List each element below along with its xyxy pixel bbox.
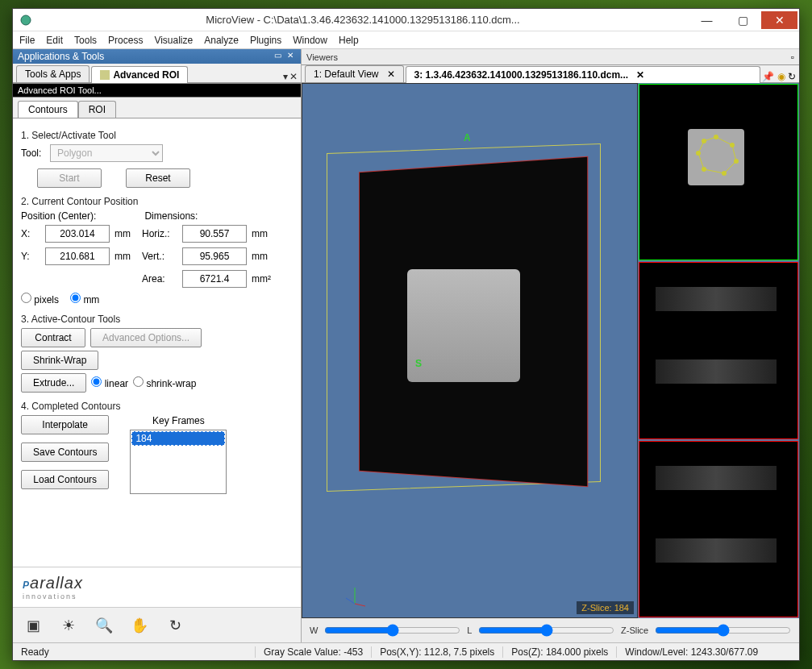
- coronal-slice[interactable]: [639, 262, 798, 438]
- interpolate-button[interactable]: Interpolate: [21, 415, 109, 434]
- contract-button[interactable]: Contract: [21, 328, 85, 347]
- window-title: MicroView - C:\Data\1.3.46.423632.141000…: [37, 14, 689, 26]
- sagittal-slice[interactable]: [639, 441, 798, 617]
- panel-close-icon[interactable]: ✕: [285, 51, 296, 62]
- l-slider[interactable]: [478, 624, 614, 637]
- titlebar[interactable]: MicroView - C:\Data\1.3.46.423632.141000…: [13, 9, 799, 31]
- menu-help[interactable]: Help: [339, 35, 359, 46]
- status-wl: Window/Level: 1243.30/677.09: [616, 646, 799, 658]
- w-slider[interactable]: [324, 624, 460, 637]
- start-button[interactable]: Start: [37, 168, 102, 188]
- y-label: Y:: [21, 251, 40, 262]
- menu-edit[interactable]: Edit: [46, 35, 63, 46]
- sec1-title: 1. Select/Activate Tool: [21, 130, 293, 141]
- contours-panel: 1. Select/Activate Tool Tool: Polygon St…: [13, 118, 301, 567]
- menu-window[interactable]: Window: [293, 35, 327, 46]
- viewers-dock-icon[interactable]: ▫: [791, 52, 794, 63]
- keyframe-item[interactable]: 184: [131, 431, 225, 446]
- minimize-button[interactable]: —: [689, 11, 725, 29]
- tab-close-icon[interactable]: ✕: [636, 69, 644, 81]
- keyframes-list[interactable]: 184: [130, 430, 227, 494]
- menu-process[interactable]: Process: [108, 35, 143, 46]
- reset-button[interactable]: Reset: [126, 168, 190, 188]
- marker-s: S: [415, 358, 422, 369]
- h-unit: mm: [252, 228, 276, 239]
- x-input[interactable]: [45, 225, 110, 243]
- viewer-tab-default[interactable]: 1: Default View ✕: [305, 65, 404, 82]
- logo: PParallaxarallax innovations: [13, 567, 301, 607]
- close-button[interactable]: ✕: [761, 11, 797, 29]
- shrinkwrap-radio[interactable]: shrink-wrap: [133, 376, 196, 389]
- status-posxy: Pos(X,Y): 112.8, 7.5 pixels: [371, 646, 502, 658]
- viewer-link-icon[interactable]: ◉: [777, 71, 785, 82]
- sec3-title: 3. Active-Contour Tools: [21, 314, 293, 325]
- horiz-label: Horiz.:: [142, 228, 177, 239]
- viewers-header: Viewers ▫: [302, 49, 799, 65]
- tab-tools-apps[interactable]: Tools & Apps: [16, 65, 90, 82]
- tab-dropdown-icon[interactable]: ▾: [283, 71, 288, 82]
- rotate-tool-icon[interactable]: ↻: [163, 613, 187, 638]
- horiz-input[interactable]: [182, 225, 247, 243]
- unit-mm-radio[interactable]: mm: [70, 293, 99, 305]
- zslice-label: Z-Slice: 184: [577, 601, 634, 614]
- view-area: A S Z-Slice: 184: [302, 83, 799, 618]
- y-input[interactable]: [45, 247, 110, 265]
- tab-close-icon[interactable]: ✕: [289, 71, 298, 82]
- viewer-sliders: W L Z-Slice: [302, 618, 799, 642]
- maximize-button[interactable]: ▢: [725, 11, 761, 29]
- tool-label: Tool:: [21, 148, 45, 159]
- menubar: File Edit Tools Process Visualize Analyz…: [13, 31, 799, 49]
- svg-point-5: [714, 135, 718, 139]
- position-label: Position (Center):: [21, 210, 96, 222]
- apps-tools-header: Applications & Tools ▭ ✕: [13, 49, 301, 64]
- subtab-roi[interactable]: ROI: [78, 101, 116, 118]
- viewer-refresh-icon[interactable]: ↻: [788, 71, 796, 82]
- unit-pixels-radio[interactable]: pixels: [21, 293, 59, 305]
- menu-tools[interactable]: Tools: [74, 35, 97, 46]
- panel-dock-icon[interactable]: ▭: [272, 51, 283, 62]
- subtabs: Contours ROI: [13, 98, 301, 118]
- svg-point-0: [21, 15, 31, 25]
- tab-close-icon[interactable]: ✕: [387, 69, 395, 80]
- tool-select[interactable]: Polygon: [50, 144, 163, 162]
- linear-radio[interactable]: linear: [91, 376, 128, 389]
- w-slider-label: W: [310, 625, 318, 635]
- axial-slice[interactable]: [639, 84, 798, 260]
- app-icon: [19, 14, 32, 27]
- svg-line-2: [355, 604, 365, 606]
- pan-tool-icon[interactable]: ✋: [127, 613, 152, 638]
- svg-point-9: [702, 167, 706, 172]
- statusbar: Ready Gray Scale Value: -453 Pos(X,Y): 1…: [13, 642, 799, 660]
- cube-tool-icon[interactable]: ▣: [21, 613, 45, 638]
- extrude-button[interactable]: Extrude...: [21, 373, 86, 393]
- advanced-options-button[interactable]: Advanced Options...: [90, 328, 202, 347]
- load-contours-button[interactable]: Load Contours: [21, 470, 109, 489]
- vert-label: Vert.:: [142, 251, 177, 262]
- shrink-wrap-button[interactable]: Shrink-Wrap: [21, 351, 98, 370]
- area-input[interactable]: [182, 270, 247, 288]
- menu-visualize[interactable]: Visualize: [154, 35, 193, 46]
- menu-file[interactable]: File: [19, 35, 35, 46]
- viewer-tab-dcm[interactable]: 3: 1.3.46.423632.141000.1329513186.110.d…: [406, 66, 761, 83]
- zoom-tool-icon[interactable]: 🔍: [92, 613, 116, 638]
- 3d-viewport[interactable]: A S Z-Slice: 184: [302, 83, 638, 618]
- viewers-panel: Viewers ▫ 1: Default View ✕ 3: 1.3.46.42…: [302, 49, 799, 642]
- left-tabstrip: Tools & Apps Advanced ROI ▾ ✕: [13, 64, 301, 83]
- menu-plugins[interactable]: Plugins: [250, 35, 281, 46]
- save-contours-button[interactable]: Save Contours: [21, 443, 109, 462]
- l-slider-label: L: [467, 625, 472, 635]
- viewer-pin-icon[interactable]: 📌: [762, 71, 774, 82]
- z-slider[interactable]: [655, 624, 791, 637]
- svg-point-6: [730, 143, 735, 148]
- dimensions-label: Dimensions:: [144, 210, 198, 222]
- sec2-title: 2. Current Contour Position: [21, 196, 293, 207]
- tab-advanced-roi[interactable]: Advanced ROI: [91, 66, 188, 83]
- subtab-contours[interactable]: Contours: [18, 101, 78, 118]
- menu-analyze[interactable]: Analyze: [204, 35, 239, 46]
- marker-a: A: [464, 132, 471, 143]
- svg-point-8: [722, 171, 727, 176]
- left-panel: Applications & Tools ▭ ✕ Tools & Apps Ad…: [13, 49, 302, 642]
- vert-input[interactable]: [182, 247, 247, 265]
- brightness-tool-icon[interactable]: ☀: [56, 613, 81, 638]
- advanced-roi-subheader: Advanced ROI Tool...: [13, 83, 301, 98]
